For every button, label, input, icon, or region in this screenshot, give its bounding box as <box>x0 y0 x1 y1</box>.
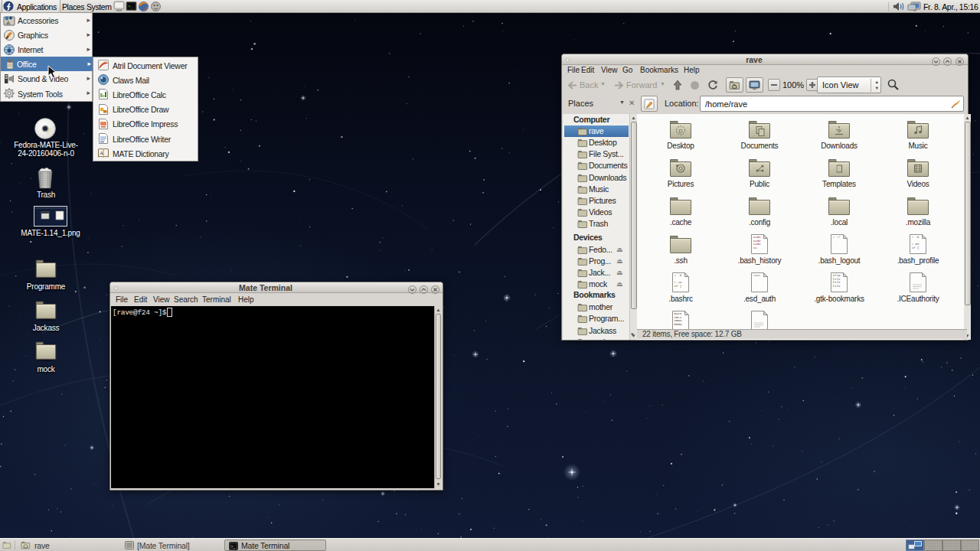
svg-text:sftp: sftp <box>833 274 841 277</box>
svg-text:D: D <box>678 129 682 134</box>
svg-text:file: file <box>833 281 841 284</box>
svg-text:# So: # So <box>675 281 683 284</box>
svg-text:# .b: # .b <box>912 236 920 239</box>
svg-text:su: su <box>753 246 758 249</box>
svg-text:vmwa: vmwa <box>675 319 683 322</box>
svg-text:ERRO: ERRO <box>675 323 683 326</box>
svg-text:file: file <box>833 285 841 288</box>
svg-text:# .b: # .b <box>675 274 683 277</box>
svg-text:# ~/: # ~/ <box>833 236 841 239</box>
svg-text:file: file <box>833 278 841 281</box>
svg-text:if [: if [ <box>912 246 920 249</box>
svg-text:A: A <box>100 150 103 156</box>
svg-text:mate: mate <box>675 312 683 315</box>
svg-text:if [: if [ <box>675 285 682 288</box>
svg-text:rAUc: rAUc <box>753 274 762 277</box>
svg-text:sudo: sudo <box>753 240 762 243</box>
svg-text:# Ge: # Ge <box>912 243 920 246</box>
svg-text:sudo: sudo <box>753 243 762 246</box>
svg-text:SELi: SELi <box>675 316 683 319</box>
svg-text:>_: >_ <box>128 4 134 9</box>
svg-text:sudo: sudo <box>753 236 762 239</box>
